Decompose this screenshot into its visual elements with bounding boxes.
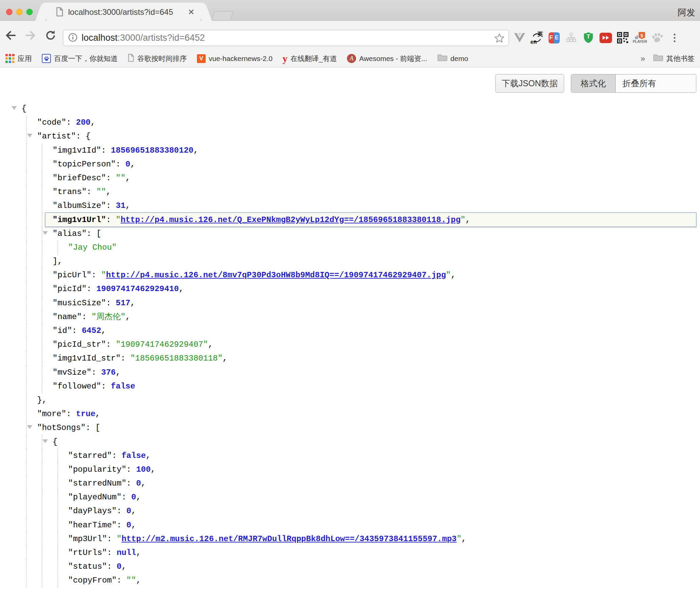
json-key: "popularity" <box>68 465 126 474</box>
json-key: "img1v1Id_str" <box>53 354 121 363</box>
json-key: "status" <box>68 562 107 571</box>
collapse-triangle-icon[interactable] <box>42 439 48 443</box>
new-tab-button[interactable] <box>211 11 234 21</box>
json-punctuation: : <box>112 451 122 460</box>
vue-devtools-extension-icon[interactable] <box>513 31 526 45</box>
indent-guide <box>42 573 42 587</box>
json-value-string: "" <box>116 174 125 183</box>
json-punctuation: , <box>125 312 130 321</box>
tab-close-icon[interactable]: ✕ <box>188 7 195 17</box>
json-link[interactable]: http://m2.music.126.net/RMJR7wDullRqppBk… <box>121 534 457 543</box>
fe-extension-icon[interactable]: FE <box>548 31 560 45</box>
json-punctuation: : <box>106 340 116 349</box>
json-line-highlighted: "img1v1Url": "http://p4.music.126.net/Q_… <box>0 213 700 227</box>
bookmark-vue-hackernews[interactable]: V vue-hackernews-2.0 <box>197 54 272 63</box>
back-button[interactable] <box>4 29 18 42</box>
indent-guide <box>42 490 42 504</box>
indent-guide <box>57 449 58 463</box>
browser-tab[interactable]: localhost:3000/artists?id=645 ✕ <box>47 3 201 21</box>
close-window-button[interactable] <box>6 9 12 15</box>
json-punctuation: : <box>107 534 117 543</box>
json-punctuation: , <box>95 409 100 418</box>
bookmark-star-icon[interactable] <box>494 32 505 45</box>
indent-guide <box>57 241 58 254</box>
qr-code-extension-icon[interactable] <box>616 31 629 45</box>
shield-extension-icon[interactable]: T <box>582 31 595 45</box>
bookmark-youdao-translate[interactable]: y 在线翻译_有道 <box>283 54 337 63</box>
json-line: "code": 200, <box>0 116 700 129</box>
url-text[interactable]: localhost:3000/artists?id=6452 <box>82 33 205 43</box>
zoom-window-button[interactable] <box>26 9 33 15</box>
json-viewer: {"code": 200,"artist": {"img1v1Id": 1856… <box>0 102 700 588</box>
indent-guide <box>57 573 58 587</box>
json-value-number: 0 <box>126 506 131 516</box>
translate-extension-icon[interactable]: 英 en <box>530 31 543 45</box>
json-punctuation: : <box>76 132 86 141</box>
collapse-triangle-icon[interactable] <box>11 106 17 110</box>
indent-guide <box>42 324 42 338</box>
minimize-window-button[interactable] <box>16 9 23 15</box>
json-punctuation: : <box>106 201 116 210</box>
bookmarks-overflow-chevron[interactable]: » <box>641 54 645 63</box>
indent-guide <box>26 463 27 476</box>
indent-guide <box>26 518 27 532</box>
collapse-triangle-icon[interactable] <box>27 134 32 137</box>
indent-guide <box>57 546 58 560</box>
profile-name[interactable]: 阿发 <box>678 7 695 19</box>
fast-forward-extension-icon[interactable] <box>599 31 612 45</box>
json-punctuation: , <box>151 465 155 474</box>
json-key: "rtUrls" <box>68 548 107 557</box>
other-bookmarks-label: 其他书签 <box>666 54 695 63</box>
collapse-triangle-icon[interactable] <box>27 425 32 429</box>
json-key: "code" <box>37 118 66 127</box>
json-link[interactable]: http://p4.music.126.net/Q_ExePNkmgB2yWyL… <box>121 215 461 224</box>
json-key: "picUrl" <box>53 271 91 280</box>
forward-button[interactable] <box>24 29 37 42</box>
bookmark-apps[interactable]: 应用 <box>5 54 32 63</box>
json-line: { <box>0 435 700 449</box>
format-button[interactable]: 格式化 <box>571 74 616 92</box>
indent-guide <box>26 268 27 282</box>
json-punctuation: : <box>86 423 95 432</box>
json-punctuation: : <box>87 229 96 238</box>
indent-guide <box>57 560 58 573</box>
json-punctuation: , <box>208 340 213 349</box>
apps-grid-icon <box>5 54 14 63</box>
bookmark-google-sort[interactable]: 谷歌按时间排序 <box>128 54 187 64</box>
collapse-triangle-icon[interactable] <box>42 231 48 235</box>
indent-guide <box>26 144 27 157</box>
bookmark-awesomes[interactable]: A Awesomes - 前端资... <box>347 54 427 63</box>
json-value-number: 0 <box>126 521 131 530</box>
paw-extension-icon[interactable] <box>651 31 664 45</box>
collapse-all-button[interactable]: 折叠所有 <box>616 74 696 92</box>
json-key: "trans" <box>53 187 87 196</box>
indent-guide <box>42 560 42 573</box>
player-label: PLAYER <box>633 39 647 43</box>
indent-guide <box>42 282 42 296</box>
reload-button[interactable] <box>44 29 57 42</box>
sitemap-extension-icon[interactable] <box>565 31 578 45</box>
json-punctuation: : <box>82 312 91 321</box>
bookmark-baidu[interactable]: 百度一下，你就知道 <box>42 54 118 63</box>
chrome-menu-icon[interactable] <box>668 31 681 45</box>
json-value-string: " <box>457 534 461 543</box>
json-link[interactable]: http://p4.music.126.net/8mv7qP30Pd3oHW8b… <box>106 271 446 280</box>
json-line: "albumSize": 31, <box>0 199 700 213</box>
bookmark-folder-demo[interactable]: demo <box>437 54 468 63</box>
json-punctuation: : <box>121 354 130 363</box>
address-bar[interactable]: localhost:3000/artists?id=6452 <box>63 30 509 46</box>
folder-icon <box>653 54 663 63</box>
json-punctuation: , <box>125 201 130 210</box>
json-line: "hearTime": 0, <box>0 518 700 532</box>
other-bookmarks-folder[interactable]: 其他书签 <box>653 54 695 63</box>
json-punctuation: , <box>131 521 136 530</box>
url-path: :3000/artists?id=6452 <box>118 33 205 43</box>
page-info-icon[interactable] <box>68 33 78 43</box>
indent-guide <box>57 463 58 476</box>
html5-player-extension-icon[interactable]: 5 PLAYER <box>634 31 646 45</box>
download-json-button[interactable]: 下载JSON数据 <box>495 74 564 93</box>
json-punctuation: : <box>117 521 126 530</box>
json-punctuation: : <box>116 160 125 169</box>
json-line: "artist": { <box>0 129 700 143</box>
indent-guide <box>42 351 42 365</box>
